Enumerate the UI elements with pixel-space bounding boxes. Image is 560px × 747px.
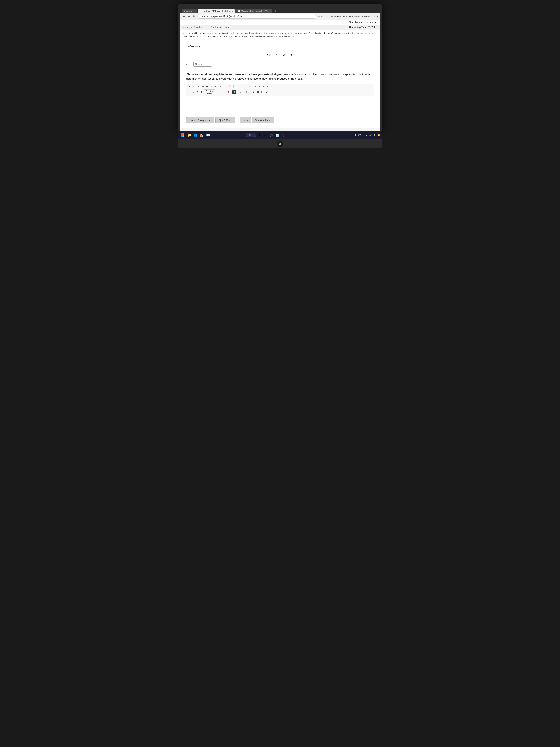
toolbar-btn-indent2[interactable]: ⊣ bbox=[248, 84, 252, 88]
taskbar-edge-icon[interactable]: 🌐 bbox=[193, 132, 198, 138]
taskbar-store-icon[interactable]: 🏪 bbox=[199, 132, 205, 138]
breadcrumb-link-2[interactable]: Module Three bbox=[195, 26, 209, 28]
editor-toolbar-row1: ⊞ ⤢ ↩ ↪ ▶ ✂ ⊡ ⊡ ⊡ 🔍 ≔ ≔ + ⊣ ≡ bbox=[186, 83, 374, 89]
address-input[interactable] bbox=[197, 14, 317, 19]
toolbar-btn-sigma[interactable]: Σ bbox=[200, 91, 203, 94]
bookmark-icon[interactable]: ☆ bbox=[324, 15, 326, 18]
answer-equals: = bbox=[189, 62, 191, 66]
fmt-btn-bold[interactable]: B bbox=[245, 91, 248, 94]
breadcrumb-sep-2: / bbox=[210, 26, 210, 28]
tab-snhu[interactable]: 📄 Southern New Hampshire Univer ✕ bbox=[235, 9, 272, 13]
svg-rect-3 bbox=[183, 135, 184, 136]
new-tab-button[interactable]: + bbox=[273, 10, 277, 13]
toolbar-btn-indent[interactable]: + bbox=[244, 84, 247, 88]
editor-toolbar-row2: ≡ ⊞ Ω Σ EquationEditor A - A - Ix B I U bbox=[186, 89, 374, 96]
math-equation: 5x + 7 = 3x − 9. bbox=[186, 52, 374, 57]
taskbar-question-icon[interactable]: ❓ bbox=[281, 132, 286, 138]
instructions-text: uired to provide explanations of your so… bbox=[183, 32, 373, 37]
taskbar-dollar-icon[interactable]: $ bbox=[263, 132, 268, 138]
toolbar-btn-redo[interactable]: ↪ bbox=[201, 84, 205, 88]
svg-rect-2 bbox=[181, 135, 183, 136]
taskbar-mail-icon[interactable]: 📧 bbox=[206, 132, 211, 138]
back-button[interactable]: Back bbox=[240, 117, 251, 123]
taskbar-sound-icon[interactable]: 🔊 bbox=[369, 134, 372, 136]
taskbar-dropbox-icon[interactable]: ❖ bbox=[257, 132, 262, 138]
taskbar-temperature: 46°F bbox=[355, 134, 361, 136]
toolbar-btn-copy[interactable]: ⊡ bbox=[214, 84, 218, 88]
toolbar-btn-align-left[interactable]: ≡ bbox=[254, 84, 258, 88]
tab-students[interactable]: Students ✕ bbox=[182, 9, 197, 13]
taskbar-wifi-icon[interactable]: 📶 bbox=[377, 134, 380, 136]
taskbar-search-icon: 🔍 bbox=[248, 134, 251, 136]
toolbar-btn-paste[interactable]: ⊡ bbox=[218, 84, 222, 88]
question-prompt: Solve for x: bbox=[186, 45, 374, 48]
toolbar-btn-play[interactable]: ▶ bbox=[205, 84, 209, 88]
fmt-btn-underline[interactable]: U bbox=[252, 91, 256, 94]
back-nav-button[interactable]: ◀ bbox=[182, 15, 186, 18]
toolbar-btn-list-ol-2[interactable]: ≡ bbox=[188, 91, 191, 94]
taskbar-right: 46°F ∧ ▲ 🔊 🔋 📶 bbox=[355, 134, 380, 136]
equation-editor-button[interactable]: EquationEditor bbox=[204, 89, 215, 95]
fmt-btn-subscript[interactable]: x2 bbox=[260, 90, 264, 94]
taskbar: 📁 🌐 🏪 📧 🔍 a ❖ $ 🎵 📊 ❓ 46°F ∧ ▲ 🔊 🔋 📶 bbox=[178, 131, 382, 139]
mobius-topnav: Gradebook ▼ External ▼ bbox=[180, 20, 380, 25]
tab-students-close[interactable]: ✕ bbox=[193, 10, 195, 12]
laptop-shell: Students ✕ 📄 Mobius - MAT-136-H3725 Intr… bbox=[178, 4, 382, 131]
toolbar-btn-paste2[interactable]: ⊡ bbox=[223, 84, 227, 88]
windows-start-button[interactable] bbox=[180, 132, 186, 138]
fmt-btn-superscript[interactable]: x2 bbox=[265, 90, 269, 94]
breadcrumb-sep-1: / bbox=[194, 26, 195, 28]
quit-save-button[interactable]: Quit & Save bbox=[215, 117, 235, 123]
taskbar-chevron-up-icon[interactable]: ∧ bbox=[363, 134, 364, 136]
browser-window: Students ✕ 📄 Mobius - MAT-136-H3725 Intr… bbox=[180, 6, 380, 131]
tab-snhu-label: Southern New Hampshire Univer bbox=[241, 10, 271, 12]
external-dropdown[interactable]: External ▼ bbox=[366, 21, 377, 24]
gradebook-dropdown[interactable]: Gradebook ▼ bbox=[349, 21, 363, 24]
toolbar-btn-table[interactable]: ⊞ bbox=[188, 84, 192, 88]
toolbar-btn-align-center[interactable]: ≡ bbox=[258, 84, 262, 88]
toolbar-btn-list-ul[interactable]: ≔ bbox=[239, 84, 244, 88]
tab-mobius-icon: 📄 bbox=[200, 10, 203, 12]
taskbar-search-box[interactable]: 🔍 a bbox=[246, 133, 256, 137]
fmt-dash: - bbox=[231, 91, 232, 93]
tab-snhu-close[interactable]: ✕ bbox=[272, 10, 272, 12]
taskbar-teams-icon[interactable]: 📊 bbox=[275, 132, 280, 138]
toolbar-btn-cut[interactable]: ✂ bbox=[210, 84, 214, 88]
toolbar-btn-align-right[interactable]: ≡ bbox=[262, 84, 265, 88]
taskbar-center: 🔍 a ❖ $ 🎵 📊 ❓ bbox=[246, 132, 286, 138]
gradebook-chevron-icon: ▼ bbox=[361, 21, 363, 24]
fmt-btn-font-color[interactable]: A bbox=[227, 90, 230, 94]
taskbar-media-icon[interactable]: 🎵 bbox=[269, 132, 274, 138]
toolbar-sep-1 bbox=[233, 85, 234, 88]
tab-mobius[interactable]: 📄 Mobius - MAT-136-H3725 Intro t ✕ bbox=[197, 9, 235, 13]
toolbar-btn-list-ol[interactable]: ≔ bbox=[235, 84, 239, 88]
taskbar-battery-icon: 🔋 bbox=[373, 134, 376, 136]
answer-input[interactable] bbox=[193, 62, 212, 67]
tab-mobius-label: Mobius - MAT-136-H3725 Intro t bbox=[204, 10, 233, 12]
extensions-icon[interactable]: ⊞ bbox=[318, 15, 320, 18]
question-menu-button[interactable]: Question Menu bbox=[252, 117, 274, 123]
toolbar-btn-search[interactable]: 🔍 bbox=[228, 84, 233, 88]
fmt-btn-italic[interactable]: I bbox=[249, 91, 251, 94]
toolbar-btn-grid[interactable]: ⊞ bbox=[191, 91, 195, 94]
toolbar-btn-expand[interactable]: ⤢ bbox=[192, 84, 196, 88]
bottom-buttons: Submit Assignment Quit & Save Back Quest… bbox=[186, 117, 374, 123]
editor-area[interactable] bbox=[186, 96, 374, 114]
fmt-btn-bg-color[interactable]: A bbox=[233, 90, 237, 94]
taskbar-file-explorer[interactable]: 📁 bbox=[187, 132, 192, 138]
forward-nav-button[interactable]: ▶ bbox=[187, 15, 191, 18]
weather-icon bbox=[355, 134, 356, 136]
reload-button[interactable]: ↻ bbox=[192, 15, 196, 18]
toolbar-btn-align-justify[interactable]: ≡ bbox=[266, 84, 269, 88]
tab-mobius-close[interactable]: ✕ bbox=[234, 10, 235, 12]
submit-assignment-button[interactable]: Submit Assignment bbox=[186, 117, 214, 123]
toolbar-btn-omega[interactable]: Ω bbox=[196, 91, 199, 94]
fmt-btn-strike[interactable]: S bbox=[256, 91, 260, 94]
equation-text: 5x + 7 = 3x − 9. bbox=[267, 52, 293, 57]
format-group: A - A - Ix B I U S x2 x2 bbox=[227, 90, 269, 94]
menu-icon[interactable]: ⋮ bbox=[327, 15, 330, 18]
fmt-btn-clear[interactable]: Ix bbox=[239, 90, 242, 94]
breadcrumb-link-1[interactable]: e Analysis bbox=[183, 26, 193, 28]
toolbar-btn-undo[interactable]: ↩ bbox=[196, 84, 201, 88]
profile-icon[interactable]: G bbox=[321, 15, 323, 18]
